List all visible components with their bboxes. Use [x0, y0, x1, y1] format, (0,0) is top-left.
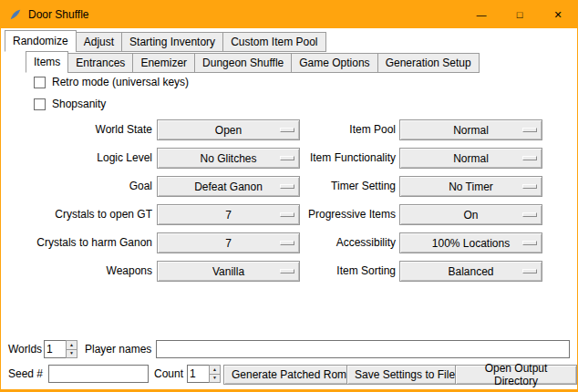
dropdown-indicator-icon — [280, 128, 294, 132]
progressive-items-label: Progressive Items — [302, 201, 396, 229]
open-output-directory-button[interactable]: Open Output Directory — [455, 365, 577, 385]
dropdown-indicator-icon — [280, 156, 294, 160]
goal-label: Goal — [1, 172, 152, 201]
worlds-spinner: ▲ ▼ — [44, 340, 77, 358]
count-spinner: ▲ ▼ — [187, 365, 221, 383]
minimize-button[interactable]: — — [462, 1, 501, 28]
world-state-dropdown[interactable]: Open — [157, 119, 300, 140]
dropdown-indicator-icon — [522, 241, 537, 245]
checkbox-box — [34, 98, 46, 110]
window-body: Randomize Adjust Starting Inventory Cust… — [1, 28, 577, 389]
item-pool-dropdown[interactable]: Normal — [399, 119, 542, 140]
count-spinner-up[interactable]: ▲ — [209, 365, 221, 375]
tab-enemizer[interactable]: Enemizer — [132, 53, 195, 73]
settings-row: World State Open Item Pool Normal — [1, 116, 577, 144]
count-input[interactable] — [187, 365, 209, 383]
maximize-button[interactable]: □ — [501, 1, 539, 28]
accessibility-dropdown[interactable]: 100% Locations — [399, 232, 542, 253]
crystals-open-gt-dropdown[interactable]: 7 — [157, 204, 300, 225]
crystals-harm-ganon-dropdown[interactable]: 7 — [157, 232, 300, 253]
dropdown-value: 7 — [225, 209, 232, 222]
dropdown-value: Defeat Ganon — [194, 181, 263, 193]
dropdown-value: Balanced — [448, 265, 493, 278]
checkbox-label: Retro mode (universal keys) — [52, 76, 189, 88]
dropdown-value: On — [463, 209, 478, 222]
settings-row: Crystals to open GT 7 Progressive Items … — [1, 201, 577, 229]
dropdown-indicator-icon — [280, 269, 294, 273]
footer-row-seed: Seed # Count ▲ ▼ Generate Patched Rom Sa… — [1, 362, 577, 386]
count-spinner-down[interactable]: ▼ — [209, 375, 221, 384]
count-spinner-buttons: ▲ ▼ — [209, 365, 221, 383]
dropdown-indicator-icon — [522, 184, 537, 189]
dropdown-value: No Glitches — [200, 152, 256, 165]
main-tab-bar: Randomize Adjust Starting Inventory Cust… — [5, 30, 325, 52]
dropdown-indicator-icon — [522, 212, 537, 217]
close-icon: ✕ — [553, 9, 562, 21]
tab-starting-inventory[interactable]: Starting Inventory — [121, 32, 223, 52]
dropdown-value: Normal — [453, 152, 489, 165]
dropdown-indicator-icon — [522, 269, 537, 273]
checkbox-label: Shopsanity — [52, 98, 106, 110]
sub-tab-bar: Items Entrances Enemizer Dungeon Shuffle… — [26, 51, 479, 73]
worlds-spinner-down[interactable]: ▼ — [66, 350, 77, 359]
tab-randomize[interactable]: Randomize — [5, 30, 77, 52]
dropdown-value: Normal — [453, 124, 489, 137]
player-names-input[interactable] — [156, 340, 570, 358]
timer-setting-dropdown[interactable]: No Timer — [399, 176, 542, 197]
dropdown-value: Open — [215, 124, 242, 137]
minimize-icon: — — [477, 9, 487, 20]
item-sorting-dropdown[interactable]: Balanced — [399, 261, 542, 282]
generate-patched-rom-button[interactable]: Generate Patched Rom — [223, 365, 355, 385]
settings-row: Goal Defeat Ganon Timer Setting No Timer — [1, 172, 577, 201]
window-title: Door Shuffle — [28, 8, 89, 21]
tab-generation-setup[interactable]: Generation Setup — [377, 53, 480, 73]
tab-adjust[interactable]: Adjust — [76, 32, 122, 52]
tab-entrances[interactable]: Entrances — [67, 53, 133, 73]
item-functionality-dropdown[interactable]: Normal — [399, 148, 542, 169]
dropdown-value: 100% Locations — [432, 237, 510, 250]
logic-level-label: Logic Level — [1, 144, 152, 172]
timer-setting-label: Timer Setting — [302, 172, 396, 201]
worlds-spinner-up[interactable]: ▲ — [66, 340, 77, 350]
tab-game-options[interactable]: Game Options — [291, 53, 377, 73]
dropdown-indicator-icon — [522, 128, 537, 132]
dropdown-indicator-icon — [280, 184, 294, 189]
tab-items[interactable]: Items — [26, 51, 68, 73]
logic-level-dropdown[interactable]: No Glitches — [157, 148, 300, 169]
shopsanity-checkbox[interactable]: Shopsanity — [34, 97, 106, 111]
item-functionality-label: Item Functionality — [302, 144, 396, 172]
worlds-input[interactable] — [44, 340, 66, 358]
dropdown-indicator-icon — [522, 156, 537, 160]
dropdown-value: No Timer — [449, 181, 493, 193]
dropdown-indicator-icon — [280, 212, 294, 217]
dropdown-indicator-icon — [280, 241, 294, 245]
weapons-dropdown[interactable]: Vanilla — [157, 261, 300, 282]
up-arrow-icon: ▲ — [69, 343, 74, 347]
worlds-label: Worlds — [8, 338, 42, 360]
checkbox-box — [34, 77, 46, 88]
app-icon — [9, 8, 22, 21]
window-controls: — □ ✕ — [462, 1, 577, 28]
player-names-label: Player names — [85, 338, 151, 360]
titlebar: Door Shuffle — □ ✕ — [1, 1, 577, 28]
tab-dungeon-shuffle[interactable]: Dungeon Shuffle — [194, 53, 292, 73]
footer-row-worlds: Worlds ▲ ▼ Player names — [1, 338, 577, 360]
goal-dropdown[interactable]: Defeat Ganon — [157, 176, 300, 197]
settings-grid: World State Open Item Pool Normal Logic … — [1, 116, 577, 285]
weapons-label: Weapons — [1, 257, 152, 285]
up-arrow-icon: ▲ — [212, 367, 217, 372]
settings-row: Crystals to harm Ganon 7 Accessibility 1… — [1, 229, 577, 257]
crystals-harm-ganon-label: Crystals to harm Ganon — [1, 229, 152, 257]
retro-mode-checkbox[interactable]: Retro mode (universal keys) — [34, 75, 189, 89]
down-arrow-icon: ▼ — [212, 376, 217, 380]
close-button[interactable]: ✕ — [539, 1, 577, 28]
dropdown-value: Vanilla — [212, 265, 244, 278]
crystals-open-gt-label: Crystals to open GT — [1, 201, 152, 229]
save-settings-button[interactable]: Save Settings to File — [346, 365, 463, 385]
item-pool-label: Item Pool — [302, 116, 396, 144]
progressive-items-dropdown[interactable]: On — [399, 204, 542, 225]
dropdown-value: 7 — [225, 237, 232, 250]
seed-input[interactable] — [48, 365, 149, 383]
settings-row: Logic Level No Glitches Item Functionali… — [1, 144, 577, 172]
tab-custom-item-pool[interactable]: Custom Item Pool — [222, 32, 325, 52]
